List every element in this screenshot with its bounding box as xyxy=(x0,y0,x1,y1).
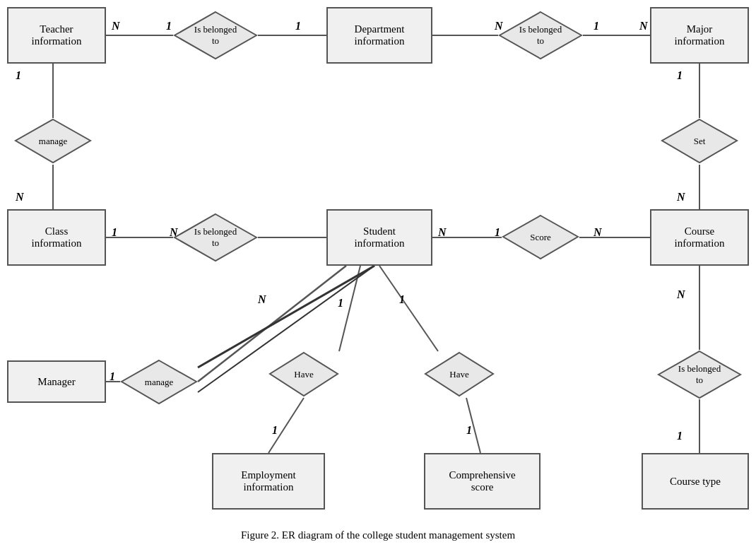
card-have-emp-1s: 1 xyxy=(338,297,343,310)
card-dept-1: 1 xyxy=(295,20,301,33)
entity-major-label: Major information xyxy=(675,23,725,47)
diamond-course-type-label: Is belongedto xyxy=(678,363,721,385)
entity-manager: Manager xyxy=(7,360,106,403)
entity-teacher-label: Teacher information xyxy=(32,23,82,47)
card-class-n: N xyxy=(170,226,178,239)
card-dept-n: N xyxy=(495,20,503,33)
entity-teacher: Teacher information xyxy=(7,7,106,64)
entity-department: Department information xyxy=(326,7,432,64)
diamond-manage-bottom-label: manage xyxy=(145,377,173,388)
diamond-course-type: Is belongedto xyxy=(657,350,742,399)
diamond-have-comp: Have xyxy=(424,351,495,397)
entity-class: Class information xyxy=(7,209,106,266)
diamond-teacher-dept: Is belongedto xyxy=(173,11,258,60)
card-have-emp-1e: 1 xyxy=(272,424,278,437)
entity-course-label: Course information xyxy=(675,225,725,249)
diamond-teacher-dept-label: Is belongedto xyxy=(194,24,237,46)
card-class-1: 1 xyxy=(112,226,117,239)
entity-student-label: Student information xyxy=(355,225,405,249)
diamond-dept-major-label: Is belongedto xyxy=(519,24,562,46)
card-teacher-n: N xyxy=(112,20,120,33)
diamond-have-emp-label: Have xyxy=(294,369,313,380)
diamond-have-emp: Have xyxy=(268,351,339,397)
diamond-manage-bottom: manage xyxy=(120,359,198,405)
entity-coursetype-label: Course type xyxy=(670,476,721,488)
card-major-v1: 1 xyxy=(677,69,683,82)
card-have-comp-1s: 1 xyxy=(399,293,405,306)
card-teacher-vn: N xyxy=(16,191,24,204)
diamond-dept-major: Is belongedto xyxy=(498,11,583,60)
card-course-vn: N xyxy=(677,288,685,301)
diamond-manage-top: manage xyxy=(14,118,92,164)
diamond-have-comp-label: Have xyxy=(449,369,468,380)
card-teacher-v1: 1 xyxy=(16,69,21,82)
card-student-n: N xyxy=(438,226,447,239)
entity-comprehensive-label: Comprehensive score xyxy=(449,469,515,493)
entity-course: Course information xyxy=(650,209,749,266)
entity-department-label: Department information xyxy=(355,23,405,47)
entity-comprehensive: Comprehensive score xyxy=(424,453,541,510)
svg-line-16 xyxy=(379,266,438,351)
card-have-comp-1c: 1 xyxy=(466,424,472,437)
card-major-1: 1 xyxy=(593,20,599,33)
entity-employment: Employment information xyxy=(212,453,325,510)
card-manage-n: N xyxy=(258,293,266,306)
card-score-1: 1 xyxy=(495,226,500,239)
entity-class-label: Class information xyxy=(32,225,82,249)
diamond-score-label: Score xyxy=(530,232,551,243)
diamond-set-label: Set xyxy=(694,136,706,147)
entity-coursetype: Course type xyxy=(642,453,749,510)
diagram-caption: Figure 2. ER diagram of the college stud… xyxy=(0,524,756,547)
diamond-score: Score xyxy=(502,214,579,260)
card-major-n: N xyxy=(639,20,648,33)
card-manager-1: 1 xyxy=(110,370,115,383)
card-course-n: N xyxy=(593,226,602,239)
entity-major: Major information xyxy=(650,7,749,64)
entity-student: Student information xyxy=(326,209,432,266)
er-diagram: Teacher information Department informati… xyxy=(0,0,756,523)
card-major-vn: N xyxy=(677,191,685,204)
card-teacher-1: 1 xyxy=(166,20,172,33)
card-course-v1: 1 xyxy=(677,430,683,442)
diamond-class-student: Is belongedto xyxy=(173,213,258,262)
caption-text: Figure 2. ER diagram of the college stud… xyxy=(241,529,515,541)
diamond-manage-top-label: manage xyxy=(39,136,67,147)
entity-employment-label: Employment information xyxy=(241,469,296,493)
entity-manager-label: Manager xyxy=(37,376,75,388)
diamond-class-student-label: Is belongedto xyxy=(194,226,237,248)
diamond-set: Set xyxy=(661,118,738,164)
